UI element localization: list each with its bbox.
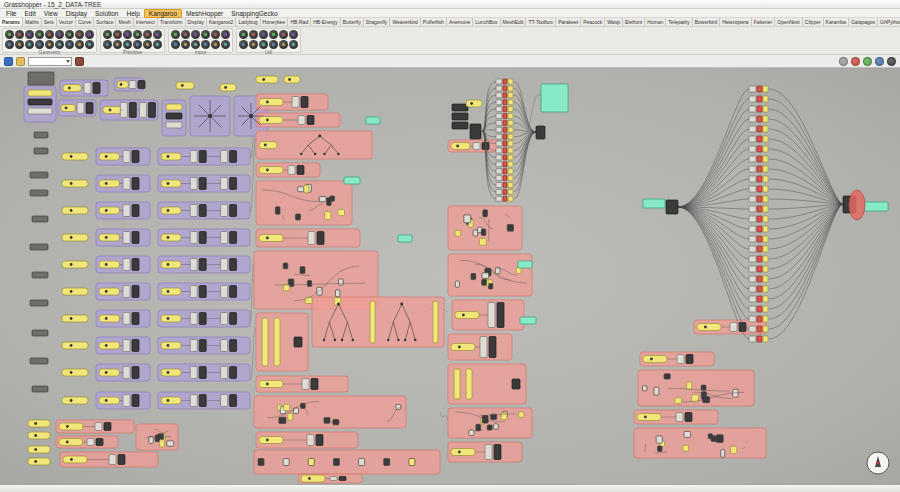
number-slider[interactable] <box>161 153 181 160</box>
component-icon[interactable] <box>249 30 258 39</box>
gh-component[interactable] <box>34 132 48 138</box>
tab-heteroptera[interactable]: Heteroptera <box>720 18 751 26</box>
gh-component[interactable] <box>32 216 48 222</box>
tab-ghpython[interactable]: GhPython <box>878 18 900 26</box>
gh-component[interactable] <box>763 106 768 112</box>
gh-component[interactable] <box>123 395 130 407</box>
slider-grip[interactable] <box>462 314 465 317</box>
gh-component[interactable] <box>749 196 756 202</box>
slider-grip[interactable] <box>70 371 73 374</box>
gh-component[interactable] <box>757 176 762 182</box>
gh-component[interactable] <box>132 286 139 298</box>
gh-component[interactable] <box>123 313 130 325</box>
gh-component[interactable] <box>763 176 768 182</box>
gh-component[interactable] <box>77 103 84 114</box>
gh-component[interactable] <box>763 286 768 292</box>
data-panel[interactable] <box>344 177 360 184</box>
number-slider[interactable] <box>466 100 482 107</box>
gh-component[interactable] <box>763 186 768 192</box>
slider-grip[interactable] <box>262 78 265 81</box>
gh-component[interactable] <box>319 197 326 202</box>
tab-vector[interactable]: Vector <box>57 18 76 26</box>
gh-component[interactable] <box>749 236 756 242</box>
gh-component[interactable] <box>675 398 682 404</box>
component-icon[interactable] <box>35 30 44 39</box>
gh-component[interactable] <box>221 313 228 325</box>
gh-component[interactable] <box>307 281 311 287</box>
component-icon[interactable] <box>15 30 24 39</box>
number-slider[interactable] <box>259 117 283 124</box>
gh-component[interactable] <box>317 232 324 245</box>
gh-component[interactable] <box>496 100 502 105</box>
gh-component[interactable] <box>749 316 756 322</box>
component-icon[interactable] <box>15 40 24 49</box>
gh-component[interactable] <box>684 431 691 437</box>
slider-grip[interactable] <box>105 344 108 347</box>
component-icon[interactable] <box>279 30 288 39</box>
gh-component[interactable] <box>757 156 762 162</box>
number-slider[interactable] <box>220 84 236 91</box>
tab-sets[interactable]: Sets <box>42 18 57 26</box>
gh-component[interactable] <box>104 423 111 431</box>
gh-component[interactable] <box>496 141 502 146</box>
component-icon[interactable] <box>153 40 162 49</box>
component-icon[interactable] <box>259 30 268 39</box>
component-icon[interactable] <box>103 40 112 49</box>
gh-component[interactable] <box>701 385 706 390</box>
number-slider[interactable] <box>259 381 283 388</box>
gh-component[interactable] <box>757 286 762 292</box>
slider-grip[interactable] <box>34 460 37 463</box>
number-slider[interactable] <box>99 288 120 295</box>
gh-component[interactable] <box>687 382 692 389</box>
gh-component[interactable] <box>685 413 692 422</box>
number-slider[interactable] <box>99 397 120 404</box>
data-panel[interactable] <box>643 199 665 208</box>
component-icon[interactable] <box>153 30 162 39</box>
gh-component[interactable] <box>749 216 756 222</box>
vertical-slider[interactable] <box>370 301 375 343</box>
gh-component[interactable] <box>333 459 339 466</box>
gh-component[interactable] <box>654 387 659 395</box>
slider-grip[interactable] <box>120 83 123 86</box>
component-icon[interactable] <box>35 40 44 49</box>
gh-component[interactable] <box>503 189 507 194</box>
gh-component[interactable] <box>763 126 768 132</box>
gh-component[interactable] <box>132 232 139 244</box>
save-icon[interactable] <box>4 57 13 66</box>
gh-component[interactable] <box>338 279 343 285</box>
gh-component[interactable] <box>503 155 507 160</box>
gh-component[interactable] <box>190 313 197 325</box>
number-slider[interactable] <box>259 437 283 444</box>
component-icon[interactable] <box>269 40 278 49</box>
gh-component[interactable] <box>757 126 762 132</box>
number-slider[interactable] <box>697 324 721 331</box>
gh-component[interactable] <box>123 205 130 217</box>
gh-component[interactable] <box>496 107 502 112</box>
gh-component[interactable] <box>28 108 52 114</box>
gh-component[interactable] <box>30 358 48 364</box>
gh-component[interactable] <box>30 190 48 196</box>
gh-component[interactable] <box>132 151 139 163</box>
number-slider[interactable] <box>637 414 661 421</box>
gh-component[interactable] <box>32 330 48 336</box>
gh-component[interactable] <box>190 259 197 271</box>
tab-anemone[interactable]: Anemone <box>447 18 473 26</box>
gh-component[interactable] <box>503 107 507 112</box>
menu-display[interactable]: Display <box>62 10 91 17</box>
number-slider[interactable] <box>99 153 120 160</box>
gh-component[interactable] <box>749 286 756 292</box>
slider-grip[interactable] <box>70 317 73 320</box>
gh-component[interactable] <box>199 286 206 298</box>
gh-component[interactable] <box>230 259 237 271</box>
sketch-icon[interactable] <box>75 57 84 66</box>
gh-component[interactable] <box>30 244 48 250</box>
gh-component[interactable] <box>297 166 304 175</box>
gh-component[interactable] <box>757 86 762 92</box>
gh-component[interactable] <box>763 96 768 102</box>
remote-panel-icon[interactable] <box>875 57 884 66</box>
gh-component[interactable] <box>311 379 318 390</box>
gh-component[interactable] <box>160 440 165 447</box>
slider-grip[interactable] <box>66 441 69 444</box>
vertical-slider[interactable] <box>274 318 280 366</box>
gh-component[interactable] <box>409 459 415 466</box>
